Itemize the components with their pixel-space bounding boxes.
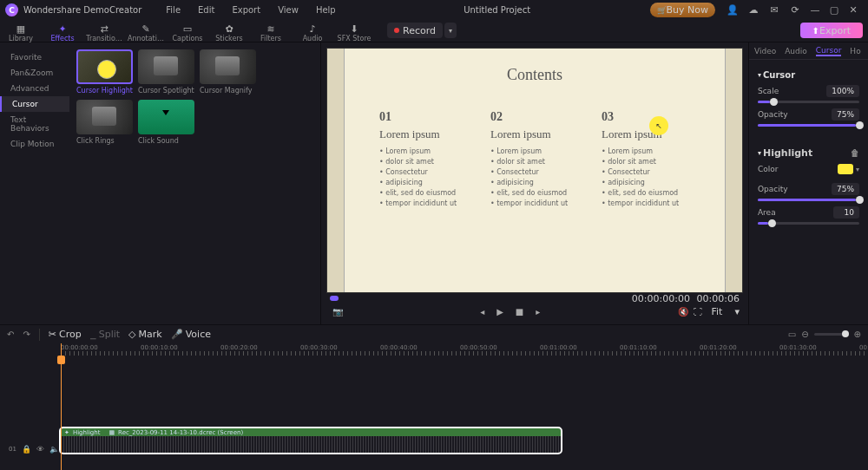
highlight-opacity-slider[interactable] [758,199,859,201]
prop-tab-video[interactable]: Video [754,47,776,55]
timeline-ruler[interactable]: 00:00:00:00 00:00:10:00 00:00:20:00 00:0… [61,343,868,356]
app-name: Wondershare DemoCreator [23,5,141,15]
message-icon[interactable]: ✉ [766,4,782,16]
menu-export[interactable]: Export [223,5,269,15]
section-cursor[interactable]: Cursor [758,70,859,80]
maximize-button[interactable]: ▢ [826,4,842,16]
delete-highlight-icon[interactable]: 🗑 [851,148,859,158]
track-header: 01 🔒 👁 🔈 [0,437,61,461]
playhead[interactable] [61,343,62,470]
timeline-clip[interactable]: ✦Highlight▦Rec_2023-09-11 14-13-10.dcrec… [61,428,561,453]
properties-panel: Video Audio Cursor Ho Cursor Scale100% O… [748,42,868,324]
account-icon[interactable]: 👤 [725,4,740,16]
record-button[interactable]: Record [387,23,443,38]
sidebar-clip-motion[interactable]: Clip Motion [0,136,69,152]
tab-effects[interactable]: ✦Effects [42,20,83,42]
sidebar-text-behaviors[interactable]: Text Behaviors [0,112,69,136]
scrub-bar[interactable]: 00:00:00:00 00:00:06 [326,293,743,304]
cloud-icon[interactable]: ☁ [746,4,761,16]
prop-tab-audio[interactable]: Audio [785,47,807,55]
preview-canvas[interactable]: Contents ↖ 01Lorem ipsumLorem ipsumdolor… [326,48,743,293]
menu-edit[interactable]: Edit [189,5,223,15]
redo-icon[interactable]: ↷ [23,330,30,339]
tab-filters[interactable]: ≋Filters [250,20,292,42]
cursor-opacity-value[interactable]: 75% [832,108,859,121]
area-value[interactable]: 10 [833,206,859,219]
track-lock-icon[interactable]: 🔒 [22,445,31,454]
timeline[interactable]: 00:00:00:00 00:00:10:00 00:00:20:00 00:0… [0,343,868,470]
thumb-cursor-magnify[interactable]: Cursor Magnify [200,49,256,95]
tab-transitions[interactable]: ⇄Transitio… [83,20,125,42]
zoom-slider[interactable] [814,333,849,336]
main-toolbar: ▦Library ✦Effects ⇄Transitio… ✎Annotati…… [0,20,868,42]
record-dropdown[interactable]: ▾ [444,23,457,38]
voice-button[interactable]: 🎤Voice [171,329,211,340]
menu-file[interactable]: File [157,5,189,15]
mute-icon[interactable]: 🔇 [678,307,688,317]
prev-frame-icon[interactable]: ◂ [480,307,484,317]
sidebar-cursor[interactable]: Cursor [0,96,69,112]
close-button[interactable]: ✕ [845,4,861,16]
mark-button[interactable]: ◇Mark [128,329,162,340]
effects-sidebar: Favorite Pan&Zoom Advanced Cursor Text B… [0,42,69,324]
tab-sfx-store[interactable]: ⬇SFX Store [333,20,375,42]
minimize-button[interactable]: — [807,4,823,16]
split-button[interactable]: ⎯Split [90,329,120,340]
highlight-color-swatch[interactable] [838,164,853,174]
export-button[interactable]: ⬆ Export [800,23,863,38]
prop-tab-hotkey[interactable]: Ho [850,47,860,55]
titlebar: C Wondershare DemoCreator File Edit Expo… [0,0,868,20]
thumb-cursor-highlight[interactable]: Cursor Highlight [76,49,133,95]
tab-annotations[interactable]: ✎Annotati… [125,20,167,42]
tab-captions[interactable]: ▭Captions [167,20,208,42]
section-highlight[interactable]: Highlight🗑 [758,147,859,159]
zoom-in-icon[interactable]: ⊕ [854,330,861,339]
next-frame-icon[interactable]: ▸ [536,307,540,317]
highlight-opacity-value[interactable]: 75% [832,183,859,195]
scale-value[interactable]: 100% [826,85,859,97]
color-dropdown-icon[interactable]: ▾ [856,166,859,173]
main-area: Favorite Pan&Zoom Advanced Cursor Text B… [0,42,868,324]
fit-dropdown[interactable]: Fit▾ [712,306,740,317]
cursor-opacity-slider[interactable] [758,124,859,127]
thumb-cursor-spotlight[interactable]: Cursor Spotlight [138,49,194,95]
stop-icon[interactable]: ■ [516,307,523,317]
play-icon[interactable]: ▶ [496,307,503,317]
timeline-toolbar: ↶ ↷ ✂Crop ⎯Split ◇Mark 🎤Voice ▭ ⊖ ⊕ [0,324,868,343]
track-mute-icon[interactable]: 🔈 [49,445,59,454]
sidebar-favorite[interactable]: Favorite [0,49,69,65]
fullscreen-icon[interactable]: ⛶ [694,307,702,317]
preview-panel: Contents ↖ 01Lorem ipsumLorem ipsumdolor… [321,42,748,324]
sidebar-advanced[interactable]: Advanced [0,81,69,96]
player-controls: 📷 ◂ ▶ ■ ▸ 🔇 ⛶ Fit▾ [326,304,743,319]
buy-now-button[interactable]: 🛒 Buy Now [650,3,715,17]
project-title: Untitled Project [345,5,650,15]
cursor-highlight-indicator: ↖ [649,116,668,135]
crop-button[interactable]: ✂Crop [49,329,82,340]
notification-icon[interactable]: ⟳ [787,4,803,16]
undo-icon[interactable]: ↶ [7,330,14,339]
snapshot-icon[interactable]: 📷 [332,307,343,317]
tab-stickers[interactable]: ✿Stickers [208,20,250,42]
zoom-out-icon[interactable]: ⊖ [801,330,808,339]
prop-tab-cursor[interactable]: Cursor [816,46,842,56]
left-panel: Favorite Pan&Zoom Advanced Cursor Text B… [0,42,321,324]
sidebar-panzoom[interactable]: Pan&Zoom [0,65,69,81]
tab-library[interactable]: ▦Library [0,20,42,42]
scale-slider[interactable] [758,101,859,103]
area-slider[interactable] [758,222,859,225]
thumb-click-rings[interactable]: Click Rings [76,100,133,145]
effects-gallery: Cursor Highlight Cursor Spotlight Cursor… [69,42,320,324]
slide-title: Contents [327,49,742,84]
thumb-click-sound[interactable]: Click Sound [138,100,194,145]
app-logo: C [5,3,18,16]
menu-help[interactable]: Help [307,5,345,15]
menu-view[interactable]: View [269,5,307,15]
record-dot-icon [394,28,399,33]
scrub-handle[interactable] [330,296,339,301]
tab-audio[interactable]: ♪Audio [292,20,333,42]
zoom-fit-icon[interactable]: ▭ [788,330,796,339]
track-visibility-icon[interactable]: 👁 [36,445,44,454]
